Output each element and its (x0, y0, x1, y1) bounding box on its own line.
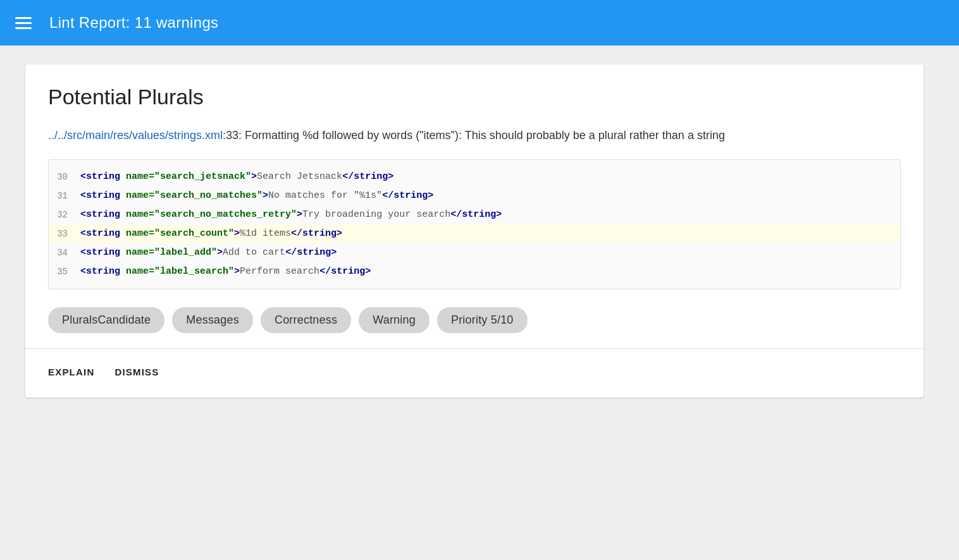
line-number: 35 (49, 265, 80, 279)
tags-row: PluralsCandidate Messages Correctness Wa… (48, 307, 901, 333)
code-line-32: 32 <string name="search_no_matches_retry… (49, 205, 900, 224)
hamburger-menu-icon[interactable] (15, 17, 32, 29)
tag-correctness: Correctness (261, 307, 351, 333)
content-area: Potential Plurals ../../src/main/res/val… (0, 46, 959, 417)
explain-button[interactable]: EXPLAIN (48, 364, 94, 380)
line-number: 32 (49, 208, 80, 222)
line-number: 34 (49, 246, 80, 260)
lint-card: Potential Plurals ../../src/main/res/val… (25, 64, 924, 398)
code-line-31: 31 <string name="search_no_matches">No m… (49, 186, 900, 205)
tag-messages: Messages (172, 307, 253, 333)
code-content: <string name="search_count">%1d items</s… (80, 226, 342, 241)
code-content: <string name="search_no_matches_retry">T… (80, 207, 502, 222)
issue-detail: :33: Formatting %d followed by words ("i… (223, 129, 725, 142)
app-header: Lint Report: 11 warnings (0, 0, 959, 46)
line-number: 33 (49, 227, 80, 241)
code-line-34: 34 <string name="label_add">Add to cart<… (49, 243, 900, 262)
code-content: <string name="label_search">Perform sear… (80, 264, 371, 279)
header-title: Lint Report: 11 warnings (49, 14, 218, 32)
code-line-35: 35 <string name="label_search">Perform s… (49, 262, 900, 281)
actions-row: EXPLAIN DISMISS (48, 362, 901, 380)
code-block: 30 <string name="search_jetsnack">Search… (48, 159, 901, 289)
card-title: Potential Plurals (48, 85, 901, 109)
line-number: 30 (49, 170, 80, 184)
code-content: <string name="search_no_matches">No matc… (80, 188, 433, 204)
code-content: <string name="search_jetsnack">Search Je… (80, 169, 393, 185)
divider (25, 348, 924, 349)
issue-description: ../../src/main/res/values/strings.xml:33… (48, 127, 901, 144)
tag-warning: Warning (359, 307, 430, 333)
tag-priority: Priority 5/10 (437, 307, 528, 333)
tag-plurals-candidate: PluralsCandidate (48, 307, 164, 333)
code-line-33: 33 <string name="search_count">%1d items… (49, 224, 900, 243)
dismiss-button[interactable]: DISMISS (114, 364, 159, 380)
code-content: <string name="label_add">Add to cart</st… (80, 245, 337, 260)
issue-link[interactable]: ../../src/main/res/values/strings.xml (48, 129, 223, 142)
line-number: 31 (49, 189, 80, 203)
code-line-30: 30 <string name="search_jetsnack">Search… (49, 167, 900, 186)
